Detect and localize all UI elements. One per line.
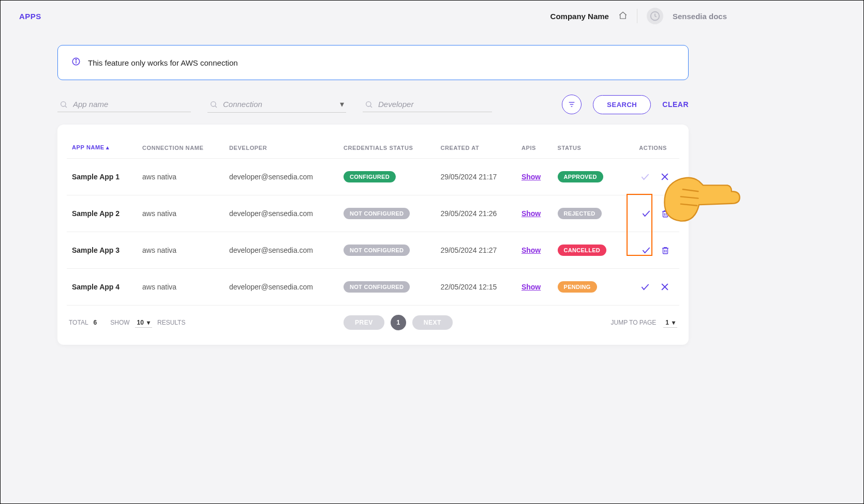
svg-point-8 <box>366 101 371 106</box>
divider <box>637 9 637 23</box>
table-row[interactable]: Sample App 1 aws nativa developer@sensed… <box>67 159 679 195</box>
apis-show-link[interactable]: Show <box>522 173 541 181</box>
docs-link[interactable]: Sensedia docs <box>673 12 727 21</box>
jump-select[interactable]: 1▾ <box>663 318 677 328</box>
developer-input[interactable] <box>378 100 477 109</box>
prev-button[interactable]: PREV <box>344 315 384 330</box>
cell-app-name: Sample App 2 <box>67 195 137 232</box>
col-cred-status[interactable]: CREDENTIALS STATUS <box>338 137 435 159</box>
cell-app-name: Sample App 1 <box>67 159 137 195</box>
col-created[interactable]: CREATED AT <box>435 137 516 159</box>
results-label: RESULTS <box>157 319 185 326</box>
cell-app-name: Sample App 4 <box>67 269 137 306</box>
cell-developer: developer@sensedia.com <box>224 269 338 306</box>
pointing-hand-annotation <box>662 169 744 226</box>
company-name: Company Name <box>550 12 609 21</box>
check-icon[interactable] <box>641 208 651 219</box>
cell-connection: aws nativa <box>137 232 224 269</box>
home-icon[interactable] <box>618 11 628 22</box>
cell-created: 29/05/2024 21:17 <box>435 159 516 195</box>
cell-cred-status: NOT CONFIGURED <box>338 269 435 306</box>
cell-created: 29/05/2024 21:26 <box>435 195 516 232</box>
svg-line-7 <box>215 105 217 107</box>
cell-created: 22/05/2024 12:15 <box>435 269 516 306</box>
page-number[interactable]: 1 <box>391 315 406 330</box>
cell-status: CANCELLED <box>553 232 624 269</box>
apis-show-link[interactable]: Show <box>522 246 541 254</box>
col-connection[interactable]: CONNECTION NAME <box>137 137 224 159</box>
cell-cred-status: NOT CONFIGURED <box>338 232 435 269</box>
apis-show-link[interactable]: Show <box>522 283 541 291</box>
sort-asc-icon: ▴ <box>106 144 110 150</box>
filter-developer[interactable] <box>363 97 492 112</box>
table-row[interactable]: Sample App 2 aws nativa developer@sensed… <box>67 195 679 232</box>
trash-icon[interactable] <box>661 245 670 255</box>
col-apis[interactable]: APIS <box>516 137 553 159</box>
svg-point-6 <box>211 101 216 106</box>
close-icon[interactable] <box>660 282 670 292</box>
filter-icon <box>568 100 576 109</box>
banner-text: This feature only works for AWS connecti… <box>88 58 238 67</box>
cell-created: 29/05/2024 21:27 <box>435 232 516 269</box>
col-status[interactable]: STATUS <box>553 137 624 159</box>
cell-cred-status: CONFIGURED <box>338 159 435 195</box>
col-developer[interactable]: DEVELOPER <box>224 137 338 159</box>
cell-status: PENDING <box>553 269 624 306</box>
cell-connection: aws nativa <box>137 269 224 306</box>
next-button[interactable]: NEXT <box>412 315 453 330</box>
connection-input[interactable] <box>223 100 322 109</box>
results-panel: APP NAME ▴ CONNECTION NAME DEVELOPER CRE… <box>57 125 689 345</box>
svg-line-9 <box>370 105 372 107</box>
filter-button[interactable] <box>562 95 582 114</box>
chevron-down-icon: ▾ <box>672 319 675 326</box>
search-icon <box>210 100 218 109</box>
cell-connection: aws nativa <box>137 195 224 232</box>
cell-cred-status: NOT CONFIGURED <box>338 195 435 232</box>
jump-label: JUMP TO PAGE <box>610 319 656 326</box>
check-icon[interactable] <box>640 282 650 292</box>
check-icon[interactable] <box>640 172 650 182</box>
table-row[interactable]: Sample App 3 aws nativa developer@sensed… <box>67 232 679 269</box>
filter-connection[interactable]: ▾ <box>207 96 346 113</box>
cell-status: APPROVED <box>553 159 624 195</box>
cell-developer: developer@sensedia.com <box>224 232 338 269</box>
info-icon <box>71 57 81 68</box>
avatar[interactable] <box>647 8 663 24</box>
svg-point-4 <box>61 101 66 106</box>
filter-app-name[interactable] <box>57 97 191 112</box>
show-select[interactable]: 10▾ <box>135 318 152 328</box>
search-icon <box>365 100 373 109</box>
col-actions: ACTIONS <box>624 137 679 159</box>
cell-status: REJECTED <box>553 195 624 232</box>
col-app-name[interactable]: APP NAME ▴ <box>67 137 137 159</box>
apis-show-link[interactable]: Show <box>522 209 541 218</box>
page-title: APPS <box>19 12 41 21</box>
show-label: SHOW <box>110 319 129 326</box>
chevron-down-icon[interactable]: ▾ <box>340 99 344 109</box>
apps-table: APP NAME ▴ CONNECTION NAME DEVELOPER CRE… <box>67 137 679 306</box>
total-label: TOTAL <box>69 319 88 326</box>
cell-connection: aws nativa <box>137 159 224 195</box>
clear-button[interactable]: CLEAR <box>662 100 689 109</box>
cell-app-name: Sample App 3 <box>67 232 137 269</box>
table-row[interactable]: Sample App 4 aws nativa developer@sensed… <box>67 269 679 306</box>
svg-line-5 <box>65 105 67 107</box>
cell-developer: developer@sensedia.com <box>224 195 338 232</box>
chevron-down-icon: ▾ <box>147 319 150 326</box>
svg-point-3 <box>76 59 77 60</box>
search-icon <box>59 100 68 109</box>
search-button[interactable]: SEARCH <box>593 95 651 114</box>
cell-developer: developer@sensedia.com <box>224 159 338 195</box>
info-banner: This feature only works for AWS connecti… <box>57 45 689 80</box>
check-icon[interactable] <box>641 245 651 255</box>
svg-rect-19 <box>663 248 668 254</box>
total-value: 6 <box>94 319 97 326</box>
app-name-input[interactable] <box>73 100 172 109</box>
